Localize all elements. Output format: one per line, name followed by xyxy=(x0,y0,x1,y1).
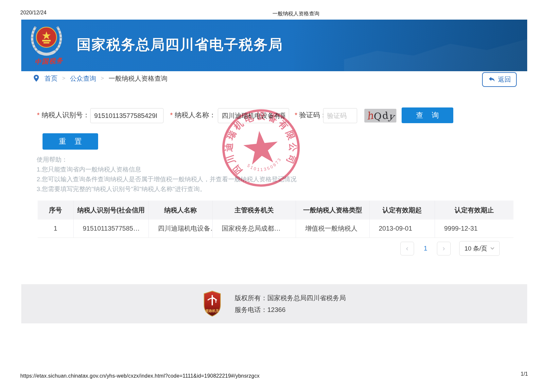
service-phone-line: 服务电话：12366 xyxy=(235,304,346,316)
prev-page-button[interactable]: ‹ xyxy=(400,242,414,255)
results-table: 序号 纳税人识别号(社会信用 纳税人名称 主管税务机关 一般纳税人资格类型 认定… xyxy=(38,201,513,238)
tax-emblem-logo xyxy=(28,23,71,57)
next-page-button[interactable]: › xyxy=(437,242,451,255)
usage-help: 使用帮助： 1.您只能查询省内一般纳税人资格信息 2.您可以输入查询条件查询纳税… xyxy=(37,155,297,194)
print-page-indicator: 1/1 xyxy=(521,371,528,377)
col-header-valid-from: 认定有效期起 xyxy=(370,201,435,220)
taxpayer-name-input[interactable] xyxy=(218,108,289,123)
logo-caption: 中国税务 xyxy=(24,56,74,67)
required-mark: * xyxy=(37,111,40,119)
page-size-select[interactable]: 10 条/页 xyxy=(459,241,500,256)
col-header-valid-to: 认定有效期止 xyxy=(435,201,513,220)
badge-label: 党政机关 xyxy=(205,309,219,313)
breadcrumb-home[interactable]: 首页 xyxy=(44,74,58,83)
breadcrumb-separator: > xyxy=(62,75,65,82)
table-header-row: 序号 纳税人识别号(社会信用 纳税人名称 主管税务机关 一般纳税人资格类型 认定… xyxy=(38,201,513,220)
site-title: 国家税务总局四川省电子税务局 xyxy=(77,35,283,54)
table-row: 1 91510113577585… 四川迪瑞机电设备… 国家税务总局成都… 增值… xyxy=(38,220,513,238)
help-line: 3.您需要填写完整的"纳税人识别号"和"纳税人名称"进行查询。 xyxy=(37,184,297,194)
taxpayer-id-input[interactable] xyxy=(90,108,164,123)
captcha-label: * 验证码： xyxy=(295,110,327,120)
query-button[interactable]: 查 询 xyxy=(402,107,453,123)
taxpayer-id-label: * 纳税人识别号： xyxy=(37,110,90,120)
copyright-line: 版权所有：国家税务总局四川省税务局 xyxy=(235,292,346,304)
cell-tax-authority: 国家税务总局成都… xyxy=(213,220,296,237)
print-url: https://etax.sichuan.chinatax.gov.cn/yhs… xyxy=(20,373,260,379)
breadcrumb: 首页 > 公众查询 > 一般纳税人资格查询 xyxy=(33,73,167,84)
help-line: 2.您可以输入查询条件查询纳税人是否属于增值税一般纳税人，并查看一般纳税人资格登… xyxy=(37,174,297,184)
back-button[interactable]: 返回 xyxy=(482,72,517,87)
current-page[interactable]: 1 xyxy=(414,245,437,252)
chevron-down-icon xyxy=(490,247,494,250)
government-badge-icon: 党政机关 xyxy=(203,290,222,317)
cell-qualification-type: 增值税一般纳税人 xyxy=(296,220,370,237)
page-footer: 党政机关 版权所有：国家税务总局四川省税务局 服务电话：12366 xyxy=(21,284,527,323)
back-arrow-icon xyxy=(488,76,495,83)
location-pin-icon xyxy=(33,74,40,83)
taxpayer-name-label: * 纳税人名称： xyxy=(170,110,216,120)
help-title: 使用帮助： xyxy=(37,155,297,165)
col-header-tax-authority: 主管税务机关 xyxy=(213,201,296,220)
cell-taxpayer-name: 四川迪瑞机电设备… xyxy=(149,220,213,237)
national-emblem-icon xyxy=(28,23,64,57)
col-header-index: 序号 xyxy=(38,201,74,220)
help-line: 1.您只能查询省内一般纳税人资格信息 xyxy=(37,165,297,174)
captcha-input[interactable] xyxy=(323,108,357,123)
print-page-title: 一般纳税人资格查询 xyxy=(272,10,320,17)
reset-button[interactable]: 重 置 xyxy=(43,133,98,150)
great-wall-texture xyxy=(344,32,527,71)
cell-valid-to: 9999-12-31 xyxy=(435,220,513,237)
site-banner: 中国税务 国家税务总局四川省电子税务局 xyxy=(21,20,527,71)
col-header-qualification-type: 一般纳税人资格类型 xyxy=(296,201,370,220)
cell-taxpayer-id: 91510113577585… xyxy=(74,220,149,237)
print-date: 2020/12/24 xyxy=(20,10,46,16)
required-mark: * xyxy=(170,111,173,119)
breadcrumb-separator: > xyxy=(101,75,104,82)
captcha-image[interactable]: h Q d y xyxy=(364,109,396,122)
col-header-taxpayer-id: 纳税人识别号(社会信用 xyxy=(74,201,149,220)
footer-text: 版权所有：国家税务总局四川省税务局 服务电话：12366 xyxy=(235,292,346,316)
col-header-taxpayer-name: 纳税人名称 xyxy=(149,201,213,220)
cell-index: 1 xyxy=(38,220,74,237)
required-mark: * xyxy=(295,111,297,119)
page-size-value: 10 条/页 xyxy=(464,244,487,253)
cell-valid-from: 2013-09-01 xyxy=(370,220,435,237)
breadcrumb-current: 一般纳税人资格查询 xyxy=(109,74,167,83)
breadcrumb-public-query[interactable]: 公众查询 xyxy=(70,74,96,83)
pagination: ‹ 1 › 10 条/页 xyxy=(400,241,500,256)
back-button-label: 返回 xyxy=(498,75,511,84)
